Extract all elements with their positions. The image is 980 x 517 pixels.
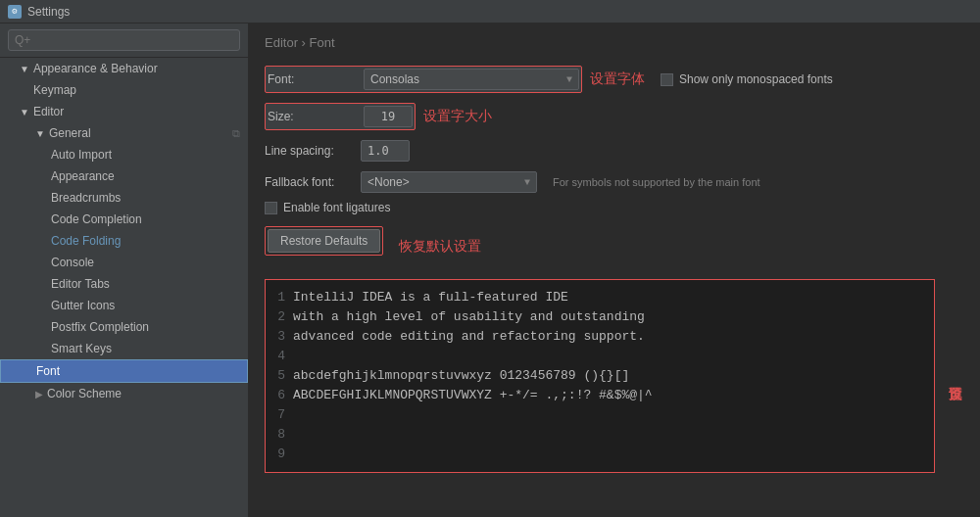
sidebar-item-label: Color Scheme [47,387,122,400]
fallback-font-value: <None> [368,175,410,189]
restore-defaults-button[interactable]: Restore Defaults [268,229,380,253]
preview-line: 9 [273,445,926,464]
font-dropdown[interactable]: Consolas ▼ [364,69,579,90]
breadcrumb-part1: Editor [265,35,298,50]
font-dropdown-value: Consolas [370,72,419,86]
sidebar-item-label: Postfix Completion [51,320,149,334]
fallback-font-note: For symbols not supported by the main fo… [553,176,760,188]
sidebar-item-label: Appearance & Behavior [33,62,158,75]
sidebar-item-label: Code Completion [51,212,142,226]
main-container: ▼ Appearance & Behavior Keymap ▼ Editor … [0,24,980,517]
breadcrumb-separator: › [302,35,310,50]
search-bar[interactable] [0,24,248,58]
sidebar-item-appearance[interactable]: Appearance [0,165,248,187]
fallback-font-dropdown[interactable]: <None> ▼ [361,171,537,193]
sidebar-item-label: Code Folding [51,234,121,248]
monospaced-checkbox-row: Show only monospaced fonts [661,72,833,86]
sidebar-item-console[interactable]: Console [0,252,248,273]
ligatures-label: Enable font ligatures [283,201,390,214]
preview-line: 7 [273,405,926,425]
monospaced-label: Show only monospaced fonts [679,72,833,86]
fallback-font-row: Fallback font: <None> ▼ For symbols not … [265,171,964,193]
sidebar-item-keymap[interactable]: Keymap [0,79,248,101]
preview-line: 1 IntelliJ IDEA is a full-featured IDE [273,288,926,307]
preview-container: 1 IntelliJ IDEA is a full-featured IDE 2… [265,279,964,473]
title-bar-text: Settings [27,5,70,19]
dropdown-arrow-icon: ▼ [566,74,572,85]
set-size-annotation: 设置字大小 [423,108,492,125]
sidebar-item-label: General [49,126,91,140]
restore-row: Restore Defaults 恢复默认设置 [265,226,964,267]
sidebar-item-editor-tabs[interactable]: Editor Tabs [0,273,248,295]
settings-icon: ⚙ [8,5,22,19]
sidebar-item-code-completion[interactable]: Code Completion [0,209,248,230]
font-label: Font: [268,72,356,86]
size-input[interactable] [364,106,413,127]
sidebar-item-editor[interactable]: ▼ Editor [0,101,248,122]
breadcrumb: Editor › Font [265,35,964,50]
sidebar-item-label: Gutter Icons [51,299,115,312]
restore-btn-wrapper: Restore Defaults [265,226,383,256]
monospaced-checkbox[interactable] [661,73,673,86]
set-font-annotation: 设置字体 [590,70,645,88]
line-spacing-input[interactable] [361,140,410,162]
ligatures-checkbox[interactable] [265,202,277,214]
sidebar-item-label: Keymap [33,83,76,97]
sidebar: ▼ Appearance & Behavior Keymap ▼ Editor … [0,24,249,517]
sidebar-item-label: Editor Tabs [51,277,110,291]
restore-annotation: 恢复默认设置 [399,238,481,256]
font-field-wrapper: Font: Consolas ▼ [265,66,582,93]
sidebar-item-smart-keys[interactable]: Smart Keys [0,338,248,359]
sidebar-item-label: Console [51,256,94,269]
sidebar-item-label: Breadcrumbs [51,191,121,205]
sidebar-item-appearance-behavior[interactable]: ▼ Appearance & Behavior [0,58,248,79]
sidebar-item-color-scheme[interactable]: ▶ Color Scheme [0,383,248,404]
ligatures-row: Enable font ligatures [265,201,964,214]
expand-arrow-icon: ▼ [20,107,29,118]
sidebar-item-postfix-completion[interactable]: Postfix Completion [0,316,248,338]
preview-line: 8 [273,425,926,445]
sidebar-item-breadcrumbs[interactable]: Breadcrumbs [0,187,248,209]
preview-line: 3 advanced code editing and refactoring … [273,327,926,347]
copy-icon: ⧉ [232,127,240,140]
size-label: Size: [268,110,356,123]
sidebar-item-label: Font [36,364,60,378]
line-spacing-row: Line spacing: [265,140,964,162]
preview-line: 4 [273,347,926,366]
expand-arrow-icon: ▼ [35,128,45,139]
line-spacing-label: Line spacing: [265,144,353,158]
sidebar-item-general[interactable]: ▼ General ⧉ [0,122,248,144]
right-panel: Editor › Font Font: Consolas ▼ 设置字体 Show… [249,24,980,517]
sidebar-item-label: Smart Keys [51,342,112,355]
size-field-wrapper: Size: [265,103,416,130]
expand-arrow-icon: ▼ [20,64,29,74]
sidebar-item-gutter-icons[interactable]: Gutter Icons [0,295,248,316]
sidebar-item-label: Editor [33,105,64,118]
preview-line: 2 with a high level of usability and out… [273,307,926,327]
title-bar: ⚙ Settings [0,0,980,24]
preview-box: 1 IntelliJ IDEA is a full-featured IDE 2… [265,279,935,473]
fallback-dropdown-arrow-icon: ▼ [524,177,530,188]
fallback-font-label: Fallback font: [265,175,353,189]
sidebar-item-auto-import[interactable]: Auto Import [0,144,248,165]
preview-line: 5 abcdefghijklmnopqrstuvwxyz 0123456789 … [273,366,926,386]
search-input[interactable] [8,29,240,51]
breadcrumb-part2: Font [310,35,335,50]
sidebar-item-font[interactable]: Font [0,359,248,383]
sidebar-item-label: Auto Import [51,148,112,162]
preview-line: 6 ABCDEFGHIJKLMNOPQRSTUVWXYZ +-*/= .,;:!… [273,386,926,405]
sidebar-item-code-folding[interactable]: Code Folding [0,230,248,252]
sidebar-item-label: Appearance [51,169,115,183]
expand-arrow-icon: ▶ [35,389,43,400]
